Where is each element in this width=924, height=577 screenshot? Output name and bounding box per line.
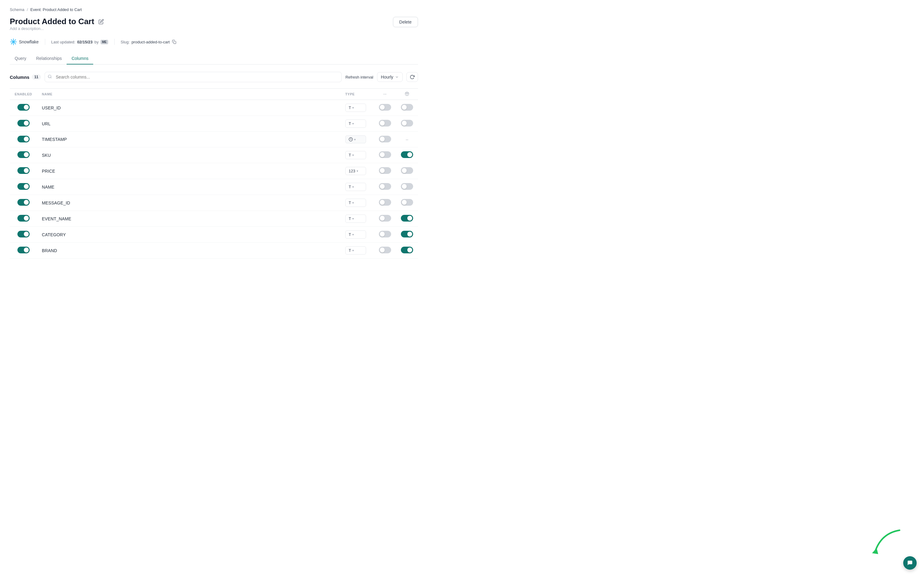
source-name: Snowflake	[19, 39, 39, 44]
type-icon: T	[349, 216, 351, 221]
search-input[interactable]	[45, 72, 342, 82]
col3-toggle-category[interactable]	[379, 231, 391, 237]
type-chevron: ▾	[352, 153, 354, 157]
type-badge-user_id[interactable]: T▾	[345, 103, 366, 112]
col3-toggle-user_id[interactable]	[379, 104, 391, 111]
col3-toggle-timestamp[interactable]	[379, 136, 391, 142]
enabled-toggle-message_id[interactable]	[18, 199, 30, 206]
table-header-row: ENABLED NAME TYPE ···	[10, 89, 418, 100]
type-badge-sku[interactable]: T▾	[345, 151, 366, 159]
col3-toggle-price[interactable]	[379, 167, 391, 174]
tab-columns[interactable]: Columns	[67, 53, 93, 64]
edit-title-button[interactable]	[97, 18, 105, 26]
col4-toggle-event_name[interactable]	[401, 215, 413, 222]
type-icon: T	[349, 232, 351, 237]
columns-text: Columns	[10, 74, 29, 80]
type-badge-brand[interactable]: T▾	[345, 246, 366, 255]
type-icon: 123	[349, 169, 355, 173]
col-name-category: CATEGORY	[42, 232, 66, 237]
enabled-toggle-category[interactable]	[18, 231, 30, 237]
enabled-toggle-name[interactable]	[18, 183, 30, 190]
header-type: TYPE	[340, 89, 374, 100]
enabled-toggle-timestamp[interactable]	[18, 136, 30, 142]
tab-query[interactable]: Query	[10, 53, 31, 64]
enabled-toggle-event_name[interactable]	[18, 215, 30, 222]
last-updated: Last updated: 02/15/23 by ME	[52, 40, 108, 44]
col4-toggle-brand[interactable]	[401, 247, 413, 253]
svg-point-10	[15, 44, 16, 44]
svg-point-7	[11, 42, 11, 42]
refresh-icon	[410, 74, 415, 79]
type-badge-message_id[interactable]: T▾	[345, 199, 366, 207]
table-row: CATEGORYT▾	[10, 227, 418, 243]
col-name-message_id: MESSAGE_ID	[42, 200, 70, 205]
svg-point-14	[48, 75, 51, 77]
svg-rect-13	[174, 41, 176, 44]
refresh-interval-value: Hourly	[381, 74, 393, 79]
refresh-interval-select[interactable]: Hourly	[377, 72, 403, 82]
type-badge-url[interactable]: T▾	[345, 119, 366, 128]
svg-point-11	[15, 39, 16, 40]
type-badge-event_name[interactable]: T▾	[345, 214, 366, 223]
slug-value: product-added-to-cart	[131, 40, 170, 44]
columns-count: 11	[32, 74, 41, 80]
table-row: USER_IDT▾	[10, 100, 418, 116]
col-name-name: NAME	[42, 185, 55, 190]
chevron-down-icon	[395, 75, 399, 79]
breadcrumb-parent[interactable]: Schema	[10, 7, 24, 12]
table-row: MESSAGE_IDT▾	[10, 195, 418, 211]
svg-point-5	[13, 39, 14, 40]
col3-toggle-message_id[interactable]	[379, 199, 391, 206]
col3-toggle-name[interactable]	[379, 183, 391, 190]
type-chevron: ▾	[357, 169, 358, 172]
enabled-toggle-brand[interactable]	[18, 247, 30, 253]
col4-toggle-sku[interactable]	[401, 151, 413, 158]
page-description[interactable]: Add a description...	[10, 26, 105, 31]
type-icon: T	[349, 105, 351, 110]
type-chevron: ▾	[352, 249, 354, 252]
header-name: NAME	[37, 89, 340, 100]
type-chevron: ▾	[352, 201, 354, 205]
enabled-toggle-user_id[interactable]	[18, 104, 30, 111]
col-name-url: URL	[42, 121, 50, 126]
type-badge-timestamp[interactable]: ▾	[345, 135, 366, 143]
svg-line-15	[50, 77, 52, 78]
breadcrumb: Schema / Event: Product Added to Cart	[10, 7, 418, 12]
col4-toggle-message_id[interactable]	[401, 199, 413, 206]
col4-toggle-price[interactable]	[401, 167, 413, 174]
slug-label: Slug:	[121, 40, 130, 44]
tab-relationships[interactable]: Relationships	[31, 53, 67, 64]
table-row: NAMET▾	[10, 179, 418, 195]
svg-point-8	[16, 42, 16, 42]
col4-toggle-name[interactable]	[401, 183, 413, 190]
type-chevron: ▾	[352, 233, 354, 236]
col3-toggle-event_name[interactable]	[379, 215, 391, 222]
enabled-toggle-url[interactable]	[18, 120, 30, 127]
slug: Slug: product-added-to-cart	[121, 39, 177, 45]
type-chevron: ▾	[352, 185, 354, 189]
col3-toggle-brand[interactable]	[379, 247, 391, 253]
type-badge-price[interactable]: 123▾	[345, 167, 366, 175]
header-enabled: ENABLED	[10, 89, 37, 100]
type-chevron: ▾	[352, 217, 354, 220]
type-badge-category[interactable]: T▾	[345, 230, 366, 239]
breadcrumb-current: Event: Product Added to Cart	[30, 7, 82, 12]
type-icon: T	[349, 153, 351, 157]
enabled-toggle-price[interactable]	[18, 167, 30, 174]
refresh-button[interactable]	[406, 72, 418, 82]
col-name-sku: SKU	[42, 153, 51, 158]
col4-toggle-category[interactable]	[401, 231, 413, 237]
col3-toggle-sku[interactable]	[379, 151, 391, 158]
by-label: by	[94, 40, 99, 44]
table-row: EVENT_NAMET▾	[10, 211, 418, 227]
col-name-price: PRICE	[42, 169, 55, 174]
svg-point-4	[13, 41, 14, 43]
delete-button[interactable]: Delete	[393, 17, 418, 27]
copy-slug-button[interactable]	[171, 39, 177, 45]
type-badge-name[interactable]: T▾	[345, 183, 366, 191]
col4-toggle-user_id[interactable]	[401, 104, 413, 111]
enabled-toggle-sku[interactable]	[18, 151, 30, 158]
columns-toolbar: Columns 11 Refresh interval Hourly	[10, 72, 418, 82]
col3-toggle-url[interactable]	[379, 120, 391, 127]
col4-toggle-url[interactable]	[401, 120, 413, 127]
